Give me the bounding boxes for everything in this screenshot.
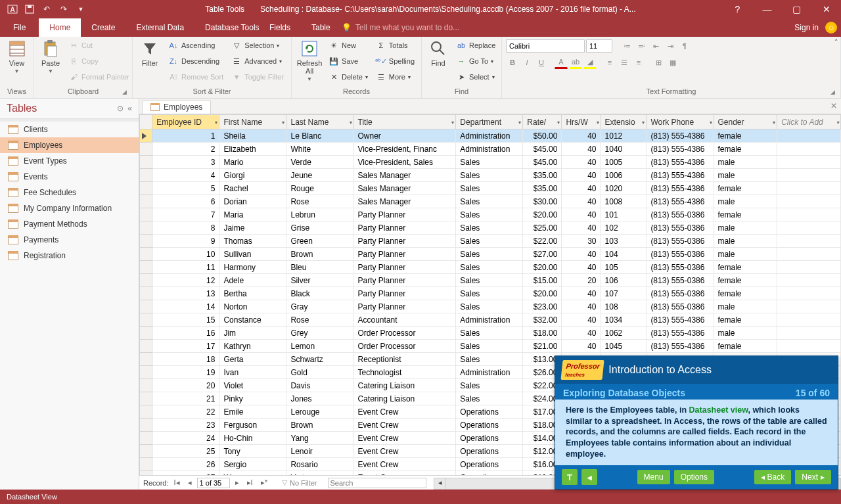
cell[interactable]: (813) 555-0386 — [647, 221, 714, 235]
cell[interactable]: Party Planner — [353, 287, 456, 300]
cut-button[interactable]: ✂Cut — [66, 38, 132, 53]
cell[interactable]: 13 — [152, 287, 219, 300]
cell[interactable]: Jones — [286, 392, 353, 405]
sign-in-link[interactable]: Sign in — [794, 23, 819, 32]
row-selector[interactable] — [140, 221, 152, 235]
cell[interactable]: Rouge — [286, 182, 353, 195]
cell[interactable] — [777, 235, 841, 248]
cell[interactable] — [777, 248, 841, 261]
cell[interactable]: Giorgi — [219, 169, 286, 182]
cell[interactable]: $45.00 — [523, 143, 562, 156]
advanced-button[interactable]: ☰Advanced ▾ — [229, 54, 286, 68]
table-row[interactable]: 2ElizabethWhiteVice-President, FinancAdm… — [140, 143, 841, 156]
cell[interactable]: Receptionist — [353, 353, 456, 366]
row-selector[interactable] — [140, 261, 152, 274]
cell[interactable]: Sales — [456, 353, 523, 366]
column-header[interactable]: Extensio▾ — [601, 115, 647, 129]
column-dropdown-icon[interactable]: ▾ — [597, 119, 599, 125]
cell[interactable]: 106 — [601, 274, 647, 287]
cell[interactable]: Sales — [456, 169, 523, 182]
font-color-icon[interactable]: A — [555, 56, 568, 69]
cell[interactable]: 4 — [152, 169, 219, 182]
cell[interactable]: Ho-Chin — [219, 432, 286, 445]
cell[interactable]: 40 — [562, 300, 601, 313]
view-button[interactable]: View ▼ — [4, 38, 30, 76]
row-selector[interactable] — [140, 182, 152, 195]
cell[interactable]: male — [714, 235, 777, 248]
cell[interactable]: 101 — [601, 208, 647, 221]
cell[interactable]: Elizabeth — [219, 143, 286, 156]
cell[interactable]: Event Crew — [353, 445, 456, 458]
cell[interactable]: 40 — [562, 248, 601, 261]
row-selector[interactable] — [140, 300, 152, 313]
cell[interactable] — [777, 327, 841, 340]
column-header[interactable]: Employee ID▾ — [152, 115, 219, 129]
cell[interactable]: Gray — [286, 300, 353, 313]
cell[interactable]: 1062 — [601, 327, 647, 340]
cell[interactable]: Sales — [456, 235, 523, 248]
row-selector[interactable] — [140, 445, 152, 458]
search-input[interactable] — [328, 478, 426, 488]
restore-icon[interactable]: ▢ — [782, 0, 811, 18]
ascending-button[interactable]: A↓Ascending — [166, 38, 226, 53]
cell[interactable]: 40 — [562, 287, 601, 300]
cell[interactable]: Sheila — [219, 129, 286, 143]
column-dropdown-icon[interactable]: ▾ — [836, 119, 839, 125]
nav-item-registration[interactable]: Registration — [0, 248, 139, 263]
tutor-menu-button[interactable]: Menu — [637, 470, 670, 484]
cell[interactable]: $20.00 — [523, 261, 562, 274]
cell[interactable]: 24 — [152, 432, 219, 445]
cell[interactable]: Party Planner — [353, 235, 456, 248]
table-row[interactable]: 3MarioVerdeVice-President, SalesSales$45… — [140, 156, 841, 169]
column-dropdown-icon[interactable]: ▾ — [451, 119, 454, 125]
cell[interactable]: 1012 — [601, 129, 647, 143]
cell[interactable]: Sales — [456, 261, 523, 274]
cell[interactable]: Jim — [219, 327, 286, 340]
column-dropdown-icon[interactable]: ▾ — [642, 119, 645, 125]
cell[interactable]: Administration — [456, 313, 523, 327]
cell[interactable] — [777, 274, 841, 287]
nav-dropdown-icon[interactable]: ⊙ — [117, 104, 124, 113]
row-selector[interactable] — [140, 156, 152, 169]
last-record-icon[interactable]: ▸I — [244, 478, 256, 487]
cell[interactable]: (813) 555-0386 — [647, 300, 714, 313]
font-name-select[interactable] — [506, 39, 585, 53]
cell[interactable]: 22 — [152, 405, 219, 419]
help-icon[interactable]: ? — [723, 0, 752, 18]
cell[interactable]: Schwartz — [286, 353, 353, 366]
nav-collapse-icon[interactable]: « — [127, 104, 132, 113]
cell[interactable]: Sales — [456, 221, 523, 235]
tab-create[interactable]: Create — [81, 18, 125, 37]
text-direction-icon[interactable]: ¶ — [678, 39, 691, 53]
cell[interactable]: 103 — [601, 235, 647, 248]
qat-customize-icon[interactable]: ▼ — [74, 2, 88, 16]
cell[interactable]: Verde — [286, 156, 353, 169]
cell[interactable]: female — [714, 182, 777, 195]
save-button[interactable]: 💾Save — [326, 54, 371, 68]
cell[interactable]: Ivan — [219, 366, 286, 379]
cell[interactable]: male — [714, 327, 777, 340]
remove-sort-button[interactable]: A⃠Remove Sort — [166, 70, 226, 84]
cell[interactable]: Event Crew — [353, 419, 456, 432]
cell[interactable] — [777, 261, 841, 274]
copy-button[interactable]: ⎘Copy — [66, 54, 132, 68]
undo-icon[interactable]: ↶ — [39, 2, 54, 16]
table-row[interactable]: 15ConstanceRoseAccountantAdministration$… — [140, 313, 841, 327]
filter-button[interactable]: Filter — [137, 38, 163, 68]
column-header[interactable]: Last Name▾ — [286, 115, 353, 129]
cell[interactable]: 40 — [562, 327, 601, 340]
cell[interactable]: 20 — [152, 379, 219, 392]
nav-item-events[interactable]: Events — [0, 169, 139, 185]
tab-fields[interactable]: Fields — [259, 18, 301, 37]
cell[interactable]: 17 — [152, 340, 219, 353]
column-dropdown-icon[interactable]: ▾ — [518, 119, 521, 125]
cell[interactable]: White — [286, 143, 353, 156]
bullets-icon[interactable]: ≔ — [620, 39, 633, 53]
nav-item-my-company-information[interactable]: My Company Information — [0, 200, 139, 216]
cell[interactable]: 11 — [152, 261, 219, 274]
redo-icon[interactable]: ↷ — [57, 2, 71, 16]
cell[interactable]: Sales — [456, 182, 523, 195]
cell[interactable]: Jaime — [219, 221, 286, 235]
table-row[interactable]: 16JimGreyOrder ProcessorSales$18.0040106… — [140, 327, 841, 340]
toggle-filter-button[interactable]: ▼Toggle Filter — [229, 70, 286, 84]
